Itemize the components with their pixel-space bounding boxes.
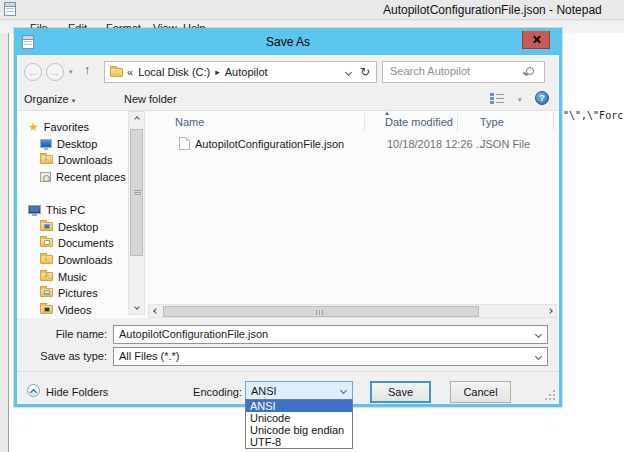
- cancel-button[interactable]: Cancel: [450, 381, 511, 403]
- nav-scrollbar[interactable]: [128, 111, 145, 315]
- encoding-label: Encoding:: [142, 386, 242, 398]
- chevron-down-icon[interactable]: [340, 387, 347, 394]
- sidebar-item-downloads[interactable]: ↓Downloads: [40, 152, 112, 167]
- scroll-up-button[interactable]: [129, 112, 144, 126]
- chevron-down-icon[interactable]: [535, 331, 542, 338]
- change-view-button[interactable]: [490, 93, 505, 106]
- videos-folder-icon: [40, 305, 53, 314]
- star-icon: ★: [28, 122, 39, 132]
- encoding-option-unicode[interactable]: Unicode: [246, 412, 352, 424]
- notepad-titlebar: AutopilotConfigurationFile.json - Notepa…: [0, 0, 624, 20]
- list-scrollbar[interactable]: [148, 304, 557, 318]
- encoding-value[interactable]: ANSI: [251, 385, 277, 397]
- file-type-cell: JSON File: [480, 138, 530, 150]
- organize-button[interactable]: Organize ▾: [24, 93, 75, 105]
- breadcrumb-separator-icon: ▸: [215, 67, 220, 77]
- history-dropdown-icon[interactable]: ▾: [69, 68, 73, 76]
- search-input[interactable]: [390, 65, 510, 77]
- scroll-right-button[interactable]: [543, 305, 556, 317]
- refresh-icon[interactable]: ↻: [360, 65, 370, 79]
- save-as-type-value[interactable]: All Files (*.*): [119, 350, 180, 362]
- chevron-left-icon: [153, 308, 159, 314]
- save-button[interactable]: Save: [370, 381, 431, 403]
- notepad-icon: [4, 2, 16, 16]
- documents-folder-icon: [40, 238, 53, 247]
- file-name-value[interactable]: AutopilotConfigurationFile.json: [119, 328, 268, 340]
- search-icon[interactable]: [526, 67, 534, 75]
- monitor-icon: [40, 139, 52, 148]
- nav-scrollbar-thumb[interactable]: [130, 129, 143, 256]
- dialog-title: Save As: [17, 35, 559, 49]
- save-as-dialog: Save As ← → ▾ ↑ « Local Disk (C:) ▸ Auto…: [14, 28, 562, 407]
- list-scrollbar-thumb[interactable]: [163, 306, 479, 317]
- sidebar-item-music[interactable]: ♪Music: [40, 269, 87, 284]
- breadcrumb-overflow-icon[interactable]: «: [127, 66, 133, 78]
- footer-separator: [17, 371, 559, 372]
- music-folder-icon: ♪: [40, 272, 53, 281]
- sidebar-item-desktop[interactable]: Desktop: [40, 136, 97, 151]
- save-as-type-label: Save as type:: [22, 350, 107, 362]
- dialog-titlebar[interactable]: Save As: [17, 31, 559, 55]
- table-row[interactable]: AutopilotConfigurationFile.json 10/18/20…: [148, 136, 557, 153]
- up-one-level-button[interactable]: ↑: [84, 62, 91, 77]
- pictures-folder-icon: [40, 288, 53, 297]
- dialog-body: ← → ▾ ↑ « Local Disk (C:) ▸ Autopilot ↻ …: [17, 55, 559, 404]
- downloads-folder-icon: ↓: [40, 255, 53, 264]
- encoding-option-ansi[interactable]: ANSI: [246, 400, 352, 412]
- column-header-type[interactable]: Type: [480, 116, 504, 128]
- hide-folders-button[interactable]: [27, 384, 40, 397]
- notepad-window-title: AutopilotConfigurationFile.json - Notepa…: [383, 3, 602, 17]
- encoding-option-utf8[interactable]: UTF-8: [246, 436, 352, 448]
- notepad-document-text: "\",\"Forc: [563, 110, 623, 121]
- chevron-up-icon: [134, 116, 140, 122]
- sidebar-item-favorites[interactable]: ★Favorites: [28, 119, 89, 134]
- chevron-right-icon: [547, 308, 553, 314]
- sidebar-item-pc-desktop[interactable]: Desktop: [40, 219, 98, 234]
- new-folder-button[interactable]: New folder: [124, 93, 177, 105]
- column-header-name[interactable]: Name: [175, 116, 204, 128]
- breadcrumb-item-current[interactable]: Autopilot: [225, 66, 268, 78]
- breadcrumb-item-root[interactable]: Local Disk (C:): [138, 66, 210, 78]
- recent-places-icon: [40, 172, 51, 182]
- chevron-down-icon: [134, 304, 140, 310]
- file-name-label: File name:: [22, 328, 107, 340]
- encoding-combobox[interactable]: ANSI: [245, 381, 353, 401]
- forward-button[interactable]: →: [46, 63, 64, 81]
- sidebar-item-this-pc[interactable]: This PC: [28, 202, 85, 217]
- scroll-down-button[interactable]: [129, 300, 144, 314]
- file-name-combobox[interactable]: AutopilotConfigurationFile.json: [113, 325, 548, 344]
- close-button[interactable]: [522, 31, 550, 49]
- chevron-up-icon: [30, 389, 37, 396]
- desktop-folder-icon: [40, 222, 53, 231]
- encoding-dropdown-list: ANSI Unicode Unicode big endian UTF-8: [245, 399, 353, 449]
- file-icon: [179, 137, 190, 150]
- save-as-type-combobox[interactable]: All Files (*.*): [113, 347, 548, 366]
- sidebar-item-recent-places[interactable]: Recent places: [40, 169, 126, 184]
- folder-icon: [110, 68, 123, 77]
- encoding-option-unicode-big-endian[interactable]: Unicode big endian: [246, 424, 352, 436]
- views-dropdown-icon[interactable]: ▾: [518, 96, 522, 104]
- column-separator[interactable]: [364, 113, 365, 132]
- close-icon: [532, 35, 541, 44]
- resize-grip[interactable]: [553, 398, 555, 400]
- sidebar-item-pictures[interactable]: Pictures: [40, 285, 98, 300]
- scroll-left-button[interactable]: [149, 305, 162, 317]
- file-date-cell: 10/18/2018 12:26 ...: [387, 138, 485, 150]
- breadcrumb[interactable]: « Local Disk (C:) ▸ Autopilot ↻: [104, 61, 377, 83]
- sidebar-item-documents[interactable]: Documents: [40, 235, 114, 250]
- file-name-cell[interactable]: AutopilotConfigurationFile.json: [195, 138, 344, 150]
- sidebar-item-videos[interactable]: Videos: [40, 302, 91, 317]
- list-view-icon: [490, 93, 505, 104]
- address-dropdown-icon[interactable]: [345, 68, 352, 75]
- column-header-date-modified[interactable]: Date modified: [385, 116, 453, 128]
- column-separator[interactable]: [457, 113, 458, 132]
- help-button[interactable]: ?: [535, 91, 549, 105]
- hide-folders-label[interactable]: Hide Folders: [46, 386, 108, 398]
- sidebar-item-pc-downloads[interactable]: ↓Downloads: [40, 252, 112, 267]
- search-box[interactable]: [382, 61, 545, 83]
- downloads-folder-icon: ↓: [40, 155, 53, 164]
- chevron-down-icon[interactable]: [535, 353, 542, 360]
- column-separator[interactable]: [553, 113, 554, 132]
- back-button[interactable]: ←: [24, 63, 42, 81]
- computer-icon: [28, 205, 41, 214]
